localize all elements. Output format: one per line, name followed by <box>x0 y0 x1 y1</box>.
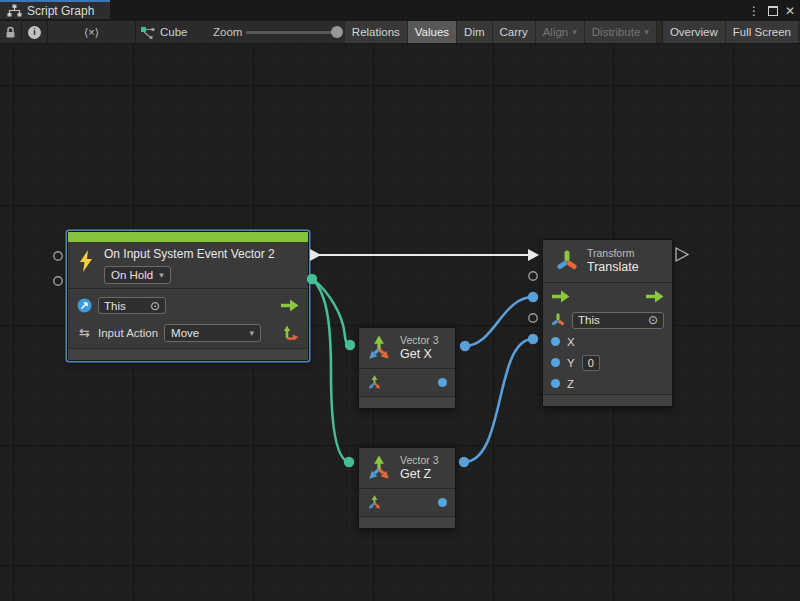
wire-vector2-to-getz[interactable] <box>312 279 349 462</box>
tab-script-graph[interactable]: Script Graph <box>0 0 110 19</box>
vector3-input-port[interactable] <box>367 495 382 510</box>
values-label: Values <box>415 26 449 38</box>
window-menu-button[interactable]: ⋮ <box>746 0 762 21</box>
vector2-output-port[interactable] <box>283 325 299 341</box>
code-icon: ⟨×⟩ <box>84 26 99 39</box>
tab-label: Script Graph <box>27 4 94 18</box>
vector3-input-port[interactable] <box>367 375 382 390</box>
port-y-label: Y <box>567 357 575 369</box>
event-input-action-row: ⇆ Input Action Move ▾ <box>68 319 308 346</box>
close-icon: ✕ <box>785 4 795 18</box>
get-x-port-row <box>359 368 455 396</box>
flow-output-port[interactable] <box>645 290 664 303</box>
transform-category: Transform <box>587 247 639 260</box>
empty-port-ring[interactable] <box>529 314 537 322</box>
carry-button[interactable]: Carry <box>493 21 536 43</box>
port-z[interactable] <box>551 379 560 388</box>
empty-port-ring[interactable] <box>54 252 62 260</box>
transform-y-row: Y 0 <box>543 352 672 373</box>
node-vector3-get-z[interactable]: Vector 3 Get Z <box>358 447 456 529</box>
dim-label: Dim <box>464 26 484 38</box>
flow-wire-end-arrow <box>528 249 539 261</box>
values-button[interactable]: Values <box>408 21 457 43</box>
wire-endpoint <box>528 334 538 344</box>
empty-port-ring[interactable] <box>529 272 537 280</box>
flow-output-port[interactable] <box>280 299 299 312</box>
lock-button[interactable] <box>0 21 21 43</box>
relations-label: Relations <box>352 26 400 38</box>
dim-button[interactable]: Dim <box>457 21 492 43</box>
info-button[interactable]: i <box>22 21 47 43</box>
transform-target-field[interactable]: This ⊙ <box>572 312 664 329</box>
maximize-icon <box>768 6 778 16</box>
event-target-value: This <box>104 300 126 312</box>
get-x-header: Vector 3 Get X <box>359 328 455 368</box>
toolbar-toggle-group: Relations Values Dim Carry Align ▾ Distr… <box>345 21 799 43</box>
port-x-label: X <box>567 336 575 348</box>
graph-breadcrumb[interactable]: Cube <box>140 21 188 43</box>
transform-flow-row <box>543 283 672 309</box>
event-mode-dropdown[interactable]: On Hold ▾ <box>104 266 171 284</box>
hierarchy-icon <box>7 4 22 17</box>
get-x-output-port[interactable] <box>438 378 447 387</box>
graph-name: Cube <box>160 26 188 38</box>
carry-label: Carry <box>500 26 528 38</box>
object-picker-icon: ⊙ <box>648 314 658 326</box>
lock-icon <box>5 26 16 39</box>
port-z-label: Z <box>567 378 574 390</box>
transform-x-row: X <box>543 331 672 352</box>
overview-button[interactable]: Overview <box>663 21 726 43</box>
info-icon: i <box>28 26 41 39</box>
input-action-dropdown[interactable]: Move ▾ <box>164 324 261 342</box>
node-vector3-get-x[interactable]: Vector 3 Get X <box>358 327 456 409</box>
transform-icon <box>556 250 578 272</box>
get-z-title: Get Z <box>400 467 439 482</box>
node-footer <box>359 396 455 408</box>
get-x-title: Get X <box>400 347 439 362</box>
transform-mini-icon <box>551 313 565 327</box>
wire-getz-to-z[interactable] <box>464 339 533 462</box>
chevron-down-icon: ▾ <box>572 27 577 37</box>
window-maximize-button[interactable] <box>764 0 782 21</box>
event-color-bar <box>68 232 308 242</box>
graph-toolbar: i ⟨×⟩ Cube Zoom 1x Relations Values <box>0 21 800 44</box>
wire-vector2-to-getx[interactable] <box>312 279 350 345</box>
full-screen-label: Full Screen <box>733 26 791 38</box>
port-y[interactable] <box>551 358 560 367</box>
this-icon <box>77 298 92 313</box>
node-footer <box>359 516 455 528</box>
align-button[interactable]: Align ▾ <box>536 21 585 43</box>
input-action-icon: ⇆ <box>77 325 92 340</box>
port-x[interactable] <box>551 337 560 346</box>
port-y-value-field[interactable]: 0 <box>582 355 600 371</box>
event-node-ports: This ⊙ ⇆ Input Action Move ▾ <box>68 288 308 348</box>
transform-node-header: Transform Translate <box>543 240 672 282</box>
graph-icon <box>140 25 155 40</box>
zoom-label: Zoom <box>213 21 242 43</box>
zoom-slider-track[interactable] <box>246 31 338 34</box>
chevron-down-icon: ▾ <box>159 270 164 280</box>
flow-input-port[interactable] <box>551 290 570 303</box>
vector3-icon <box>366 335 392 361</box>
get-z-header: Vector 3 Get Z <box>359 448 455 488</box>
distribute-button[interactable]: Distribute ▾ <box>585 21 657 43</box>
zoom-slider-handle[interactable] <box>331 26 343 38</box>
window-close-button[interactable]: ✕ <box>782 0 798 21</box>
wire-endpoint <box>459 457 469 467</box>
wire-getx-to-x[interactable] <box>465 297 533 346</box>
full-screen-button[interactable]: Full Screen <box>726 21 799 43</box>
event-target-field[interactable]: This ⊙ <box>98 297 166 314</box>
node-on-input-system-event[interactable]: On Input System Event Vector 2 On Hold ▾… <box>67 231 309 361</box>
code-preview-button[interactable]: ⟨×⟩ <box>48 21 135 43</box>
graph-canvas[interactable]: On Input System Event Vector 2 On Hold ▾… <box>0 44 800 601</box>
align-label: Align <box>543 26 569 38</box>
empty-port-ring[interactable] <box>54 277 62 285</box>
relations-button[interactable]: Relations <box>345 21 408 43</box>
node-transform-translate[interactable]: Transform Translate <box>542 239 673 407</box>
empty-flow-port-triangle[interactable] <box>676 248 688 261</box>
input-action-label: Input Action <box>98 327 158 339</box>
kebab-icon: ⋮ <box>748 4 760 18</box>
lightning-bolt-icon <box>78 250 94 272</box>
get-z-output-port[interactable] <box>438 498 447 507</box>
transform-z-row: Z <box>543 373 672 394</box>
